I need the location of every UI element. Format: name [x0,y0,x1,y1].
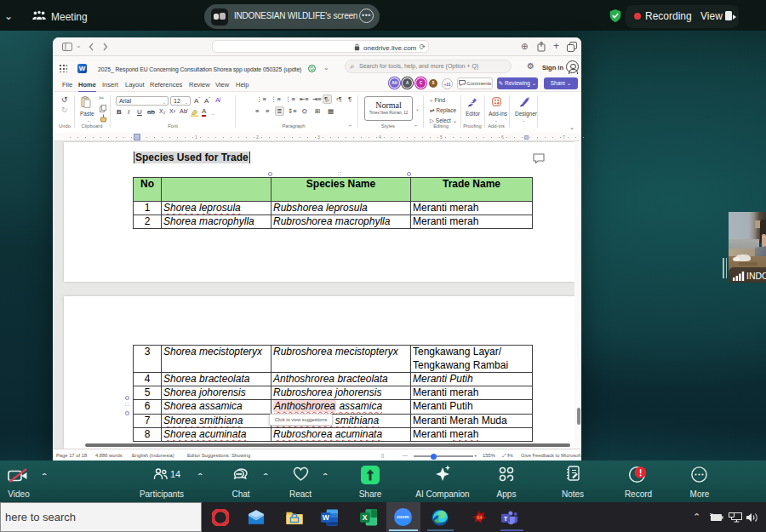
svg-text:64: 64 [477,515,483,520]
svg-text:X: X [363,513,368,522]
svg-text:W: W [323,513,330,522]
svg-text:T: T [504,515,508,523]
